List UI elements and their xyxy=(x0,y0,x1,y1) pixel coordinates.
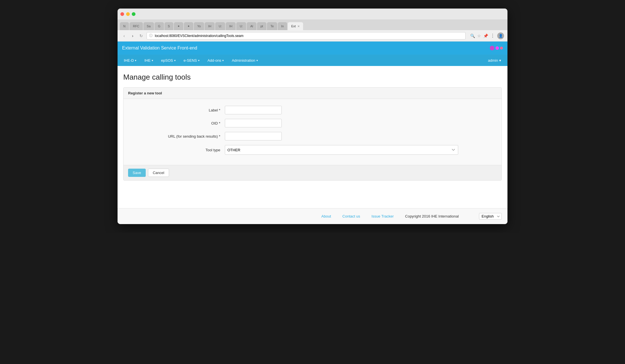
tab-10[interactable]: U: xyxy=(215,22,225,30)
oid-row: OID * xyxy=(128,119,497,127)
pin-icon[interactable]: 📌 xyxy=(483,34,488,38)
maximize-button[interactable] xyxy=(132,12,135,16)
minimize-button[interactable] xyxy=(126,12,130,16)
language-select[interactable]: English Français Deutsch xyxy=(479,213,502,220)
footer-about-link[interactable]: About xyxy=(321,214,331,218)
back-button[interactable]: ‹ xyxy=(121,33,127,39)
nav-ihe-arrow: ▾ xyxy=(152,59,153,62)
address-field[interactable]: ⓘ localhost:8080/EVSClient/administratio… xyxy=(147,32,466,40)
tab-11[interactable]: IH xyxy=(226,22,236,30)
tab-6[interactable]: ✦ xyxy=(174,22,183,30)
nav-items: IHE-D ▾ IHE ▾ epSOS ▾ e-SENS ▾ Add-ons xyxy=(120,57,261,64)
form-body: Label * OID * URL (for sending back resu… xyxy=(124,99,501,165)
bookmark-icon[interactable]: ☆ xyxy=(477,34,481,38)
oid-field-label: OID * xyxy=(128,121,225,125)
tab-5[interactable]: S xyxy=(165,22,173,30)
nav-admin-arrow: ▾ xyxy=(499,58,501,63)
url-row: URL (for sending back results) * xyxy=(128,132,497,140)
tab-8[interactable]: Yo xyxy=(194,22,204,30)
nav-esens[interactable]: e-SENS ▾ xyxy=(180,57,203,64)
tool-type-select[interactable]: OTHER VALIDATOR TESTING_TOOL xyxy=(225,145,458,155)
cancel-button[interactable]: Cancel xyxy=(148,169,169,177)
close-button[interactable] xyxy=(120,12,124,16)
nav-ihed[interactable]: IHE-D ▾ xyxy=(120,57,140,64)
nav-esens-arrow: ▾ xyxy=(198,59,200,62)
logo-circle-1 xyxy=(490,46,494,50)
tab-14[interactable]: pt xyxy=(257,22,266,30)
nav-admin-user[interactable]: admin ▾ xyxy=(485,57,505,64)
nav-administration[interactable]: Administration ▾ xyxy=(228,57,261,64)
nav-administration-arrow: ▾ xyxy=(256,59,258,62)
page-title: Manage calling tools xyxy=(123,73,502,82)
address-bar-row: ‹ › ↻ ⓘ localhost:8080/EVSClient/adminis… xyxy=(118,30,507,42)
footer-language[interactable]: English Français Deutsch xyxy=(479,213,502,220)
tab-16[interactable]: In xyxy=(278,22,287,30)
tab-15[interactable]: Te xyxy=(267,22,277,30)
tabs-bar: N RFC Sa G S ✦ ✦ Yo IH U: IH U: Al pt Te… xyxy=(118,20,507,30)
tab-9[interactable]: IH xyxy=(205,22,215,30)
refresh-button[interactable]: ↻ xyxy=(138,33,144,39)
address-icons: 🔍 ☆ 📌 xyxy=(470,34,488,38)
tab-2[interactable]: RFC xyxy=(129,22,143,30)
save-button[interactable]: Save xyxy=(128,169,146,177)
search-icon[interactable]: 🔍 xyxy=(470,34,475,38)
url-field-label: URL (for sending back results) * xyxy=(128,134,225,138)
tab-close-icon[interactable]: ✕ xyxy=(297,25,300,28)
label-row: Label * xyxy=(128,106,497,114)
brand-bar: External Validation Service Front-end xyxy=(118,42,507,55)
logo-circle-2 xyxy=(496,46,499,50)
tab-1[interactable]: N xyxy=(120,22,129,30)
tab-active[interactable]: Ext ✕ xyxy=(288,22,303,30)
app-area: External Validation Service Front-end IH… xyxy=(118,42,507,224)
label-field-label: Label * xyxy=(128,108,225,112)
footer-copyright: Copyright 2016 IHE International xyxy=(405,214,459,218)
footer-links: About Contact us Issue Tracker Copyright… xyxy=(301,214,479,218)
nav-addons[interactable]: Add-ons ▾ xyxy=(204,57,227,64)
profile-icon[interactable]: 👤 xyxy=(497,32,504,39)
form-card: Register a new tool Label * OID * URL xyxy=(123,87,502,181)
nav-addons-arrow: ▾ xyxy=(222,59,224,62)
label-input[interactable] xyxy=(225,106,282,114)
brand-logo xyxy=(490,46,503,50)
nav-epsos-arrow: ▾ xyxy=(174,59,176,62)
page-content: Manage calling tools Register a new tool… xyxy=(118,66,507,208)
nav-ihed-arrow: ▾ xyxy=(135,59,136,62)
forward-button[interactable]: › xyxy=(129,33,136,39)
tab-3[interactable]: Sa xyxy=(143,22,154,30)
tab-7[interactable]: ✦ xyxy=(184,22,193,30)
chrome-menu-icon[interactable]: ⋮ xyxy=(490,33,495,38)
nav-menu-bar: IHE-D ▾ IHE ▾ epSOS ▾ e-SENS ▾ Add-ons xyxy=(118,55,507,66)
footer: About Contact us Issue Tracker Copyright… xyxy=(118,208,507,224)
form-actions: Save Cancel xyxy=(124,165,501,180)
footer-issue-tracker-link[interactable]: Issue Tracker xyxy=(371,214,394,218)
url-text: localhost:8080/EVSClient/administration/… xyxy=(155,34,244,38)
tool-type-label: Tool type xyxy=(128,148,225,152)
brand-title: External Validation Service Front-end xyxy=(122,46,197,51)
tool-type-row: Tool type OTHER VALIDATOR TESTING_TOOL xyxy=(128,145,497,155)
logo-circle-3 xyxy=(500,47,503,49)
tab-13[interactable]: Al xyxy=(247,22,256,30)
oid-input[interactable] xyxy=(225,119,282,127)
url-input[interactable] xyxy=(225,132,282,140)
nav-ihe[interactable]: IHE ▾ xyxy=(141,57,157,64)
form-card-header: Register a new tool xyxy=(124,88,501,99)
tab-4[interactable]: G xyxy=(155,22,164,30)
nav-epsos[interactable]: epSOS ▾ xyxy=(158,57,179,64)
tab-12[interactable]: U: xyxy=(236,22,246,30)
footer-contact-link[interactable]: Contact us xyxy=(342,214,360,218)
